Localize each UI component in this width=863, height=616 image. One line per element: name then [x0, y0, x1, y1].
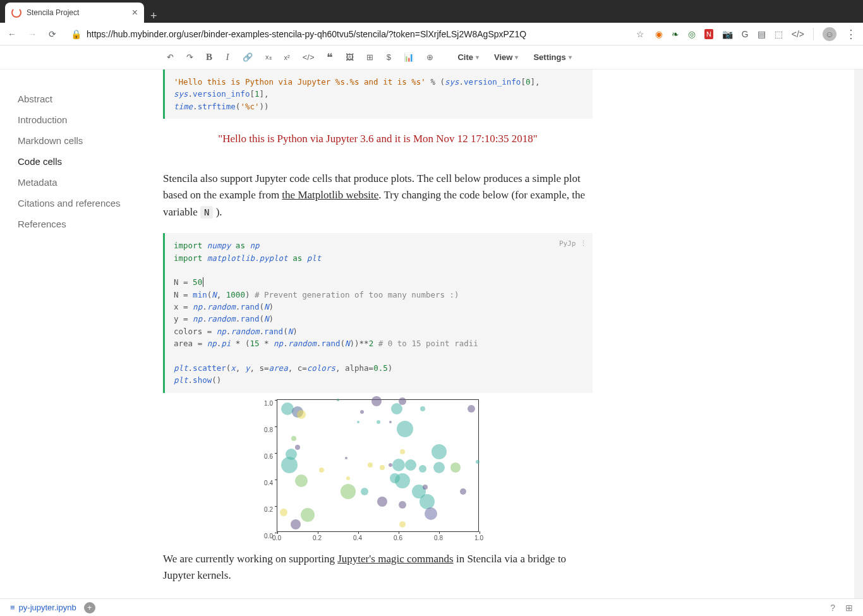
scatter-point	[468, 405, 475, 413]
scatter-point	[301, 508, 315, 522]
scatter-point	[286, 449, 297, 460]
y-tick-label: 0.2	[264, 505, 273, 512]
lock-icon: 🔒	[71, 29, 81, 39]
plot-output: 0.00.20.40.60.81.00.00.20.40.60.81.0	[163, 399, 593, 532]
document-content[interactable]: 'Hello this is Python via Jupyter %s.%s …	[163, 69, 854, 598]
code-cell-1[interactable]: 'Hello this is Python via Jupyter %s.%s …	[163, 69, 593, 119]
scatter-point	[360, 410, 364, 414]
currency-button[interactable]: $	[382, 50, 395, 64]
scatter-point	[297, 410, 306, 419]
browser-menu-icon[interactable]: ⋮	[845, 27, 857, 41]
y-tick-label: 1.0	[264, 399, 273, 406]
reload-button[interactable]: ⟳	[47, 29, 58, 39]
forward-button[interactable]: →	[27, 29, 38, 39]
scatter-point	[476, 460, 480, 464]
matplotlib-link[interactable]: the Matplotlib website	[282, 189, 378, 201]
scatter-point	[450, 462, 461, 473]
ext-icon-2[interactable]: ❧	[672, 29, 679, 39]
view-menu[interactable]: View▾	[489, 52, 523, 62]
tab-title: Stencila Project	[27, 8, 127, 17]
scatter-point	[460, 488, 466, 495]
cell-language-badge[interactable]: PyJp ⋮	[559, 238, 586, 249]
outline-sidebar: AbstractIntroductionMarkdown cellsCode c…	[0, 69, 163, 598]
quote-button[interactable]: ❝	[323, 48, 337, 67]
bold-button[interactable]: B	[202, 49, 216, 65]
italic-button[interactable]: I	[221, 49, 234, 65]
cite-menu[interactable]: Cite▾	[452, 52, 484, 62]
scatter-point	[319, 468, 324, 473]
ext-icon-6[interactable]: G	[742, 29, 749, 39]
magic-commands-link[interactable]: Jupyter's magic commands	[337, 553, 453, 565]
tab-close-icon[interactable]: ×	[132, 8, 138, 18]
subscript-button[interactable]: x₂	[262, 51, 275, 64]
prose-2: We are currently working on supporting J…	[163, 551, 593, 584]
scatter-point	[392, 459, 405, 471]
extension-icons: ◉ ❧ ◎ N 📷 G ▤ ⬚ </> ☺ ⋮	[655, 27, 857, 41]
table-button[interactable]: ⊞	[363, 50, 377, 64]
code-button[interactable]: </>	[299, 50, 318, 64]
scatter-point	[291, 436, 296, 441]
browser-tab[interactable]: Stencila Project ×	[5, 3, 144, 23]
profile-avatar[interactable]: ☺	[823, 27, 836, 41]
sidebar-item-metadata[interactable]: Metadata	[18, 172, 145, 193]
chart-button[interactable]: 📊	[400, 50, 418, 64]
redo-button[interactable]: ↷	[183, 50, 197, 64]
file-icon: ≡	[10, 603, 15, 612]
scatter-point	[345, 457, 347, 459]
code-cell-2[interactable]: PyJp ⋮ import numpy as np import matplot…	[163, 233, 593, 393]
sidebar-item-abstract[interactable]: Abstract	[18, 88, 145, 109]
scatter-point	[368, 462, 373, 468]
sidebar-item-markdown-cells[interactable]: Markdown cells	[18, 130, 145, 151]
scatter-point	[377, 497, 387, 507]
ext-icon-7[interactable]: ▤	[757, 29, 766, 39]
sidebar-item-introduction[interactable]: Introduction	[18, 109, 145, 130]
x-tick-label: 0.8	[434, 534, 443, 541]
scatter-point	[377, 420, 380, 424]
sidebar-item-citations-and-references[interactable]: Citations and references	[18, 193, 145, 214]
url-field[interactable]: 🔒 https://hub.mybinder.org/user/binder-e…	[67, 29, 626, 39]
scrollbar[interactable]	[854, 69, 863, 598]
superscript-button[interactable]: x²	[281, 51, 294, 64]
back-button[interactable]: ←	[6, 29, 18, 39]
scatter-point	[357, 421, 359, 423]
scatter-point	[341, 484, 356, 499]
scatter-point	[399, 521, 406, 528]
add-file-button[interactable]: +	[84, 602, 95, 613]
scatter-point	[425, 507, 437, 520]
tab-favicon	[11, 8, 21, 18]
help-icon[interactable]: ?	[830, 603, 835, 613]
editor-toolbar: ↶ ↷ B I 🔗 x₂ x² </> ❝ 🖼 ⊞ $ 📊 ⊕ Cite▾ Vi…	[0, 45, 863, 69]
add-button[interactable]: ⊕	[423, 50, 437, 64]
sidebar-item-code-cells[interactable]: Code cells	[18, 151, 145, 172]
scatter-point	[419, 465, 426, 473]
ext-icon-9[interactable]: </>	[792, 29, 804, 39]
url-text: https://hub.mybinder.org/user/binder-exa…	[87, 29, 526, 39]
ext-icon-3[interactable]: ◎	[688, 29, 696, 39]
sidebar-item-references[interactable]: References	[18, 214, 145, 234]
file-name: py-jupyter.ipynb	[19, 603, 76, 612]
ext-icon-8[interactable]: ⬚	[775, 29, 783, 39]
open-file-chip[interactable]: ≡ py-jupyter.ipynb	[10, 603, 76, 612]
scatter-point	[346, 476, 350, 480]
y-tick-label: 0.0	[264, 532, 273, 539]
y-tick-label: 0.6	[264, 452, 273, 459]
scatter-point	[390, 473, 400, 483]
settings-menu[interactable]: Settings▾	[528, 52, 576, 62]
scatter-point	[399, 397, 406, 405]
scatter-point	[361, 488, 368, 495]
image-button[interactable]: 🖼	[342, 50, 358, 64]
scatter-point	[405, 459, 416, 471]
scatter-point	[389, 421, 392, 423]
undo-button[interactable]: ↶	[163, 50, 178, 64]
ext-icon-1[interactable]: ◉	[655, 29, 663, 39]
scatter-point	[295, 445, 300, 450]
scatter-point	[391, 403, 402, 414]
star-icon[interactable]: ☆	[635, 29, 646, 39]
link-button[interactable]: 🔗	[239, 50, 256, 64]
ext-icon-5[interactable]: 📷	[722, 29, 733, 39]
scatter-point	[380, 465, 385, 470]
ext-icon-4[interactable]: N	[704, 29, 713, 39]
new-tab-button[interactable]: +	[144, 9, 164, 23]
prose-1: Stencila also support Jupyter code cells…	[163, 171, 593, 220]
settings-icon[interactable]: ⊞	[845, 603, 853, 613]
